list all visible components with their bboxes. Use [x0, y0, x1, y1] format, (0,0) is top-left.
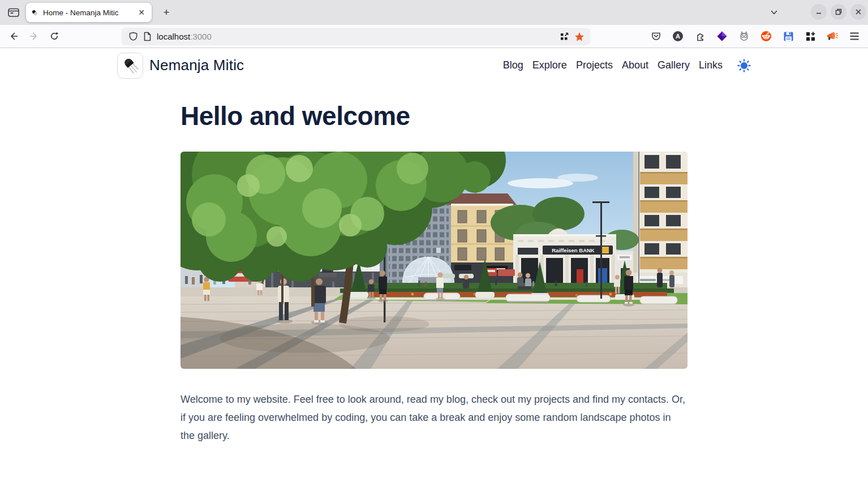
- page-title: Hello and welcome: [181, 101, 687, 131]
- hero-image: Raiffeisen BANK: [181, 152, 687, 369]
- active-tab[interactable]: Home - Nemanja Mitic ✕: [26, 3, 152, 22]
- close-window-button[interactable]: [850, 4, 866, 20]
- a-badge-extension-icon[interactable]: A: [672, 30, 684, 42]
- intro-paragraph: Welcome to my website. Feel free to look…: [181, 390, 687, 445]
- restore-button[interactable]: [831, 4, 846, 20]
- transistor-favicon-icon: [31, 8, 38, 16]
- nav-link-about[interactable]: About: [622, 59, 648, 71]
- shield-icon[interactable]: [128, 32, 138, 41]
- tab-strip: Home - Nemanja Mitic ✕ +: [0, 0, 868, 25]
- transistor-logo-icon: [119, 54, 141, 77]
- list-all-tabs-chevron-icon[interactable]: [766, 5, 782, 20]
- nav-link-projects[interactable]: Projects: [576, 59, 613, 71]
- pocket-icon[interactable]: [650, 30, 662, 42]
- new-tab-button[interactable]: +: [157, 3, 175, 21]
- tab-title: Home - Nemanja Mitic: [43, 8, 131, 17]
- nav-link-blog[interactable]: Blog: [503, 59, 523, 71]
- nav-link-links[interactable]: Links: [699, 59, 723, 71]
- nav-link-explore[interactable]: Explore: [532, 59, 567, 71]
- browser-window: Home - Nemanja Mitic ✕ + localhost:3000: [0, 0, 868, 491]
- nav-link-gallery[interactable]: Gallery: [658, 59, 690, 71]
- forward-button[interactable]: [25, 27, 43, 45]
- site-header: Nemanja Mitic Blog Explore Projects Abou…: [0, 48, 868, 83]
- url-port: :3000: [190, 32, 212, 41]
- floppy-save-extension-icon[interactable]: [782, 30, 794, 42]
- page-info-icon[interactable]: [143, 32, 152, 41]
- bookmark-star-icon[interactable]: [574, 32, 585, 42]
- theme-toggle-sun-icon[interactable]: [737, 59, 751, 72]
- back-button[interactable]: [5, 27, 23, 45]
- minimize-button[interactable]: [811, 4, 827, 20]
- grid-plus-extension-icon[interactable]: [804, 30, 817, 42]
- url-bar[interactable]: localhost:3000: [122, 28, 590, 45]
- main-navigation: Blog Explore Projects About Gallery Link…: [503, 59, 723, 71]
- megaphone-extension-icon[interactable]: [826, 30, 839, 42]
- site-title[interactable]: Nemanja Mitic: [149, 57, 244, 74]
- url-text[interactable]: localhost:3000: [157, 32, 555, 41]
- site-logo[interactable]: [117, 53, 143, 79]
- cat-extension-icon[interactable]: [738, 30, 750, 42]
- purple-diamond-extension-icon[interactable]: [716, 30, 728, 42]
- reddit-extension-icon[interactable]: [760, 30, 772, 42]
- tab-close-icon[interactable]: ✕: [136, 7, 147, 18]
- screenshots-grid-icon[interactable]: [560, 32, 569, 41]
- hamburger-menu-icon[interactable]: [848, 30, 861, 42]
- extensions-puzzle-icon[interactable]: [694, 30, 706, 42]
- firefox-view-icon[interactable]: [5, 5, 23, 20]
- svg-text:A: A: [676, 33, 680, 40]
- reload-button[interactable]: [45, 27, 63, 45]
- url-host: localhost: [157, 32, 190, 41]
- bank-sign-text: Raiffeisen BANK: [552, 247, 595, 253]
- page-content: Hello and welcome: [0, 83, 868, 491]
- toolbar-extensions: A: [650, 27, 861, 45]
